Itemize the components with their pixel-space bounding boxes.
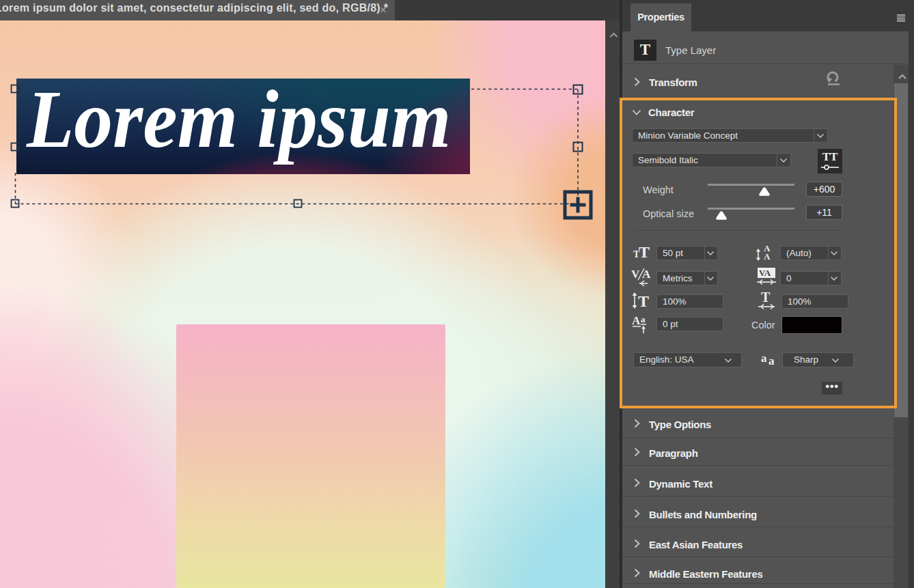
svg-text:VA: VA bbox=[759, 268, 771, 278]
svg-text:a: a bbox=[768, 354, 775, 366]
svg-text:a: a bbox=[641, 314, 646, 324]
svg-text:T: T bbox=[639, 243, 650, 260]
svg-text:A: A bbox=[632, 314, 641, 327]
svg-text:a: a bbox=[761, 352, 767, 365]
svg-text:T: T bbox=[638, 292, 649, 310]
svg-text:T: T bbox=[761, 290, 771, 305]
svg-text:A: A bbox=[764, 251, 771, 262]
